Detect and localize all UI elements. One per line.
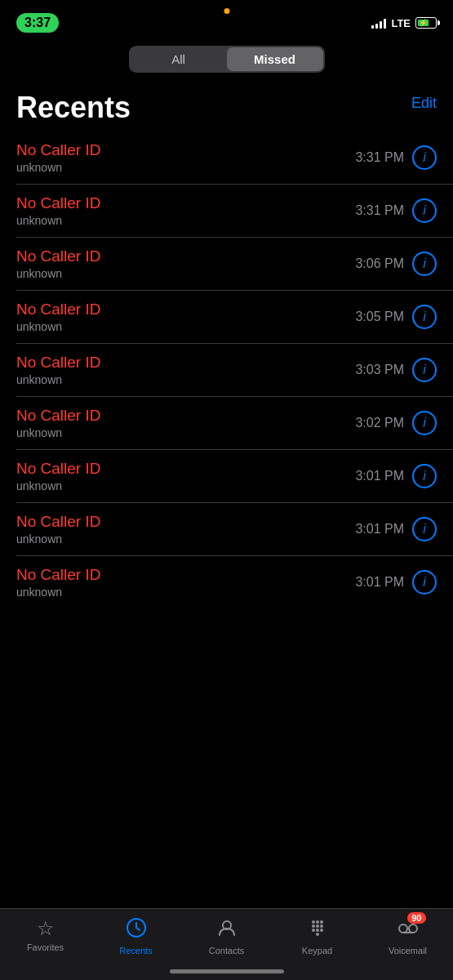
caller-type: unknown xyxy=(16,532,100,546)
info-button[interactable]: i xyxy=(412,517,437,541)
call-right: 3:01 PM i xyxy=(355,517,437,541)
missed-tab[interactable]: Missed xyxy=(227,47,323,71)
call-info: No Caller ID unknown xyxy=(16,247,100,280)
call-info: No Caller ID unknown xyxy=(16,460,100,492)
all-tab[interactable]: All xyxy=(131,47,227,71)
call-item[interactable]: No Caller ID unknown 3:05 PM i xyxy=(16,291,453,344)
call-item[interactable]: No Caller ID unknown 3:01 PM i xyxy=(16,450,453,503)
svg-point-7 xyxy=(312,924,315,928)
page-title: Recents xyxy=(0,81,453,131)
status-icons: LTE ⚡ xyxy=(371,17,437,29)
svg-line-2 xyxy=(136,928,140,930)
tab-voicemail[interactable]: 90 Voicemail xyxy=(362,917,453,956)
call-item[interactable]: No Caller ID unknown 3:06 PM i xyxy=(16,238,453,291)
info-button[interactable]: i xyxy=(412,570,437,595)
call-right: 3:05 PM i xyxy=(355,305,437,329)
home-indicator xyxy=(170,969,284,973)
info-button[interactable]: i xyxy=(412,411,437,435)
call-right: 3:03 PM i xyxy=(355,358,437,382)
call-info: No Caller ID unknown xyxy=(16,194,100,227)
caller-type: unknown xyxy=(16,267,100,280)
svg-point-14 xyxy=(399,924,407,933)
call-time: 3:01 PM xyxy=(355,469,404,483)
caller-name: No Caller ID xyxy=(16,354,100,372)
call-time: 3:06 PM xyxy=(355,256,404,271)
caller-name: No Caller ID xyxy=(16,566,100,584)
call-item[interactable]: No Caller ID unknown 3:01 PM i xyxy=(16,556,453,608)
svg-point-9 xyxy=(320,924,323,928)
keypad-icon xyxy=(307,917,328,943)
tab-recents[interactable]: Recents xyxy=(91,917,181,956)
voicemail-label: Voicemail xyxy=(389,946,427,956)
caller-name: No Caller ID xyxy=(16,141,100,159)
call-item[interactable]: No Caller ID unknown 3:03 PM i xyxy=(16,344,453,397)
tab-favorites[interactable]: ☆ Favorites xyxy=(0,917,91,952)
call-right: 3:01 PM i xyxy=(355,570,437,595)
call-time: 3:03 PM xyxy=(355,363,404,377)
svg-point-4 xyxy=(312,920,315,924)
call-time: 3:31 PM xyxy=(355,203,404,218)
call-info: No Caller ID unknown xyxy=(16,354,100,386)
lte-label: LTE xyxy=(391,17,411,29)
info-button[interactable]: i xyxy=(412,145,437,170)
svg-point-8 xyxy=(316,924,319,928)
caller-name: No Caller ID xyxy=(16,301,100,318)
battery-icon: ⚡ xyxy=(415,17,437,29)
voicemail-badge: 90 xyxy=(407,912,425,924)
info-button[interactable]: i xyxy=(412,252,437,276)
caller-name: No Caller ID xyxy=(16,194,100,212)
call-time: 3:02 PM xyxy=(355,416,404,430)
call-info: No Caller ID unknown xyxy=(16,566,100,599)
caller-name: No Caller ID xyxy=(16,247,100,265)
call-item[interactable]: No Caller ID unknown 3:01 PM i xyxy=(16,503,453,556)
info-button[interactable]: i xyxy=(412,198,437,223)
svg-point-10 xyxy=(312,929,315,932)
call-time: 3:01 PM xyxy=(355,522,404,537)
favorites-label: Favorites xyxy=(27,942,64,952)
call-right: 3:06 PM i xyxy=(355,252,437,276)
call-info: No Caller ID unknown xyxy=(16,301,100,333)
call-time: 3:01 PM xyxy=(355,575,404,590)
tab-contacts[interactable]: Contacts xyxy=(181,917,272,956)
contacts-label: Contacts xyxy=(209,946,244,956)
call-item[interactable]: No Caller ID unknown 3:31 PM i xyxy=(16,185,453,238)
svg-point-5 xyxy=(316,920,319,924)
caller-type: unknown xyxy=(16,161,100,174)
caller-type: unknown xyxy=(16,479,100,492)
favorites-icon: ☆ xyxy=(37,917,55,940)
info-button[interactable]: i xyxy=(412,305,437,329)
call-info: No Caller ID unknown xyxy=(16,141,100,174)
contacts-icon xyxy=(216,917,238,943)
call-time: 3:05 PM xyxy=(355,310,404,324)
call-item[interactable]: No Caller ID unknown 3:31 PM i xyxy=(16,131,453,185)
tab-keypad[interactable]: Keypad xyxy=(272,917,362,956)
caller-name: No Caller ID xyxy=(16,460,100,478)
keypad-label: Keypad xyxy=(302,946,332,956)
caller-type: unknown xyxy=(16,373,100,386)
call-item[interactable]: No Caller ID unknown 3:02 PM i xyxy=(16,397,453,450)
status-bar: 3:37 LTE ⚡ xyxy=(0,0,453,41)
info-button[interactable]: i xyxy=(412,464,437,488)
call-right: 3:01 PM i xyxy=(355,464,437,488)
voicemail-icon xyxy=(397,920,420,942)
call-time: 3:31 PM xyxy=(355,150,404,165)
caller-name: No Caller ID xyxy=(16,513,100,531)
call-right: 3:31 PM i xyxy=(355,198,437,223)
recents-label: Recents xyxy=(119,946,152,956)
notification-dot xyxy=(224,8,229,14)
call-right: 3:02 PM i xyxy=(355,411,437,435)
call-right: 3:31 PM i xyxy=(355,145,437,170)
signal-icon xyxy=(371,17,386,29)
svg-point-13 xyxy=(316,933,319,936)
call-list: No Caller ID unknown 3:31 PM i No Caller… xyxy=(0,131,453,608)
info-button[interactable]: i xyxy=(412,358,437,382)
caller-type: unknown xyxy=(16,214,100,227)
segmented-control: All Missed xyxy=(129,46,325,73)
edit-button[interactable]: Edit xyxy=(411,95,437,112)
caller-type: unknown xyxy=(16,320,100,333)
svg-point-15 xyxy=(409,924,417,933)
caller-type: unknown xyxy=(16,586,100,599)
recents-icon xyxy=(126,917,147,943)
caller-type: unknown xyxy=(16,426,100,439)
call-info: No Caller ID unknown xyxy=(16,513,100,546)
